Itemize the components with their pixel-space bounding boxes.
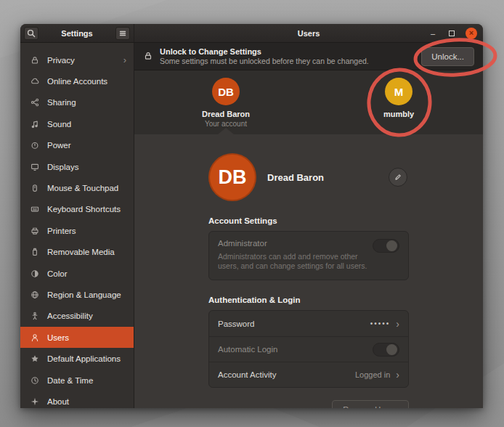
globe-icon (30, 290, 40, 300)
sidebar: Privacy › Online Accounts Sharing Sound … (20, 43, 134, 408)
printer-icon (30, 226, 40, 236)
avatar: DB (212, 78, 240, 105)
clock-icon (30, 375, 40, 386)
sidebar-item-printers[interactable]: Printers (20, 220, 134, 241)
unlock-banner-subtitle: Some settings must be unlocked before th… (160, 57, 369, 66)
keyboard-icon (30, 204, 40, 214)
carousel-user-subtitle: Your account (182, 120, 269, 128)
sidebar-item-removable-media[interactable]: Removable Media (20, 242, 134, 263)
sidebar-item-date-time[interactable]: Date & Time (20, 370, 134, 391)
mouse-icon (30, 183, 40, 193)
titlebar: Settings Users – × (20, 24, 483, 43)
panel-headerbar: Users – × (134, 24, 483, 42)
hamburger-icon (118, 28, 128, 38)
sidebar-item-sound[interactable]: Sound (20, 113, 134, 134)
sidebar-item-sharing[interactable]: Sharing (20, 92, 134, 113)
chevron-right-icon: › (123, 54, 126, 65)
menu-button[interactable] (115, 27, 130, 40)
sidebar-item-users[interactable]: Users (20, 327, 134, 348)
sidebar-item-color[interactable]: Color (20, 263, 134, 284)
desktop: { "app": { "sidebar_title": "Settings", … (0, 0, 504, 427)
administrator-toggle[interactable] (373, 239, 399, 253)
sidebar-item-power[interactable]: Power (20, 135, 134, 156)
cloud-icon (30, 76, 40, 86)
carousel-user-mumbly[interactable]: M mumbly (355, 78, 442, 118)
sidebar-item-displays[interactable]: Displays (20, 156, 134, 177)
unlock-button[interactable]: Unlock... (421, 47, 474, 66)
password-dots: ••••• (370, 320, 391, 328)
music-note-icon (30, 119, 40, 129)
carousel-user-name: Dread Baron (182, 110, 269, 118)
sidebar-item-online-accounts[interactable]: Online Accounts (20, 70, 134, 92)
profile-row: DB Dread Baron (208, 153, 409, 201)
users-panel: Unlock to Change Settings Some settings … (134, 43, 483, 408)
search-button[interactable] (24, 27, 38, 40)
auth-login-header: Authentication & Login (208, 296, 409, 304)
sidebar-item-default-applications[interactable]: Default Applications (20, 348, 134, 369)
sidebar-item-accessibility[interactable]: Accessibility (20, 306, 134, 327)
account-settings-header: Account Settings (208, 216, 409, 225)
administrator-card: Administrator Administrators can add and… (208, 231, 409, 280)
power-icon (30, 140, 40, 150)
administrator-description: Administrators can add and remove other … (218, 252, 370, 271)
automatic-login-toggle[interactable] (373, 343, 399, 357)
account-activity-value: Logged in (355, 370, 390, 379)
automatic-login-row: Automatic Login (209, 336, 408, 362)
users-icon (30, 333, 40, 343)
sparkle-icon (30, 396, 40, 407)
auth-login-card: Password ••••• › Automatic Login Acco (208, 310, 409, 388)
sidebar-headerbar: Settings (20, 24, 134, 42)
sidebar-item-about[interactable]: About (20, 391, 134, 408)
selected-user-caret (218, 128, 234, 134)
sidebar-item-keyboard-shortcuts[interactable]: Keyboard Shortcuts (20, 199, 134, 220)
removable-media-icon (30, 247, 40, 257)
pencil-icon (394, 173, 402, 182)
display-icon (30, 162, 40, 172)
maximize-button[interactable] (447, 29, 457, 38)
avatar: DB (208, 153, 256, 201)
sidebar-title: Settings (38, 29, 115, 38)
accessibility-icon (30, 311, 40, 321)
star-icon (30, 354, 40, 364)
sidebar-item-privacy[interactable]: Privacy › (20, 49, 134, 70)
settings-window: Settings Users – × Privacy › Online Acco (20, 24, 483, 408)
chevron-right-icon: › (396, 370, 399, 380)
sidebar-item-region-language[interactable]: Region & Language (20, 284, 134, 305)
close-button[interactable]: × (466, 28, 477, 39)
color-icon (30, 269, 40, 279)
sidebar-item-mouse-touchpad[interactable]: Mouse & Touchpad (20, 177, 134, 198)
unlock-banner-title: Unlock to Change Settings (160, 46, 369, 57)
minimize-button[interactable]: – (428, 29, 438, 38)
share-icon (30, 97, 40, 107)
chevron-right-icon: › (396, 319, 399, 329)
carousel-user-dread-baron[interactable]: DB Dread Baron Your account (182, 78, 269, 128)
unlock-banner: Unlock to Change Settings Some settings … (134, 43, 483, 70)
user-detail: DB Dread Baron Account Settings Administ… (134, 134, 483, 408)
lock-icon (30, 55, 40, 65)
password-row[interactable]: Password ••••• › (209, 311, 408, 336)
lock-icon (143, 51, 153, 62)
carousel-user-name: mumbly (355, 110, 442, 118)
account-activity-row[interactable]: Account Activity Logged in › (209, 362, 408, 387)
edit-name-button[interactable] (389, 168, 407, 187)
maximize-icon (449, 30, 455, 36)
profile-name: Dread Baron (267, 172, 324, 183)
search-icon (26, 28, 36, 38)
user-carousel: DB Dread Baron Your account M mumbly (134, 70, 483, 134)
avatar: M (385, 78, 412, 105)
remove-user-button[interactable]: Remove User... (332, 400, 409, 408)
